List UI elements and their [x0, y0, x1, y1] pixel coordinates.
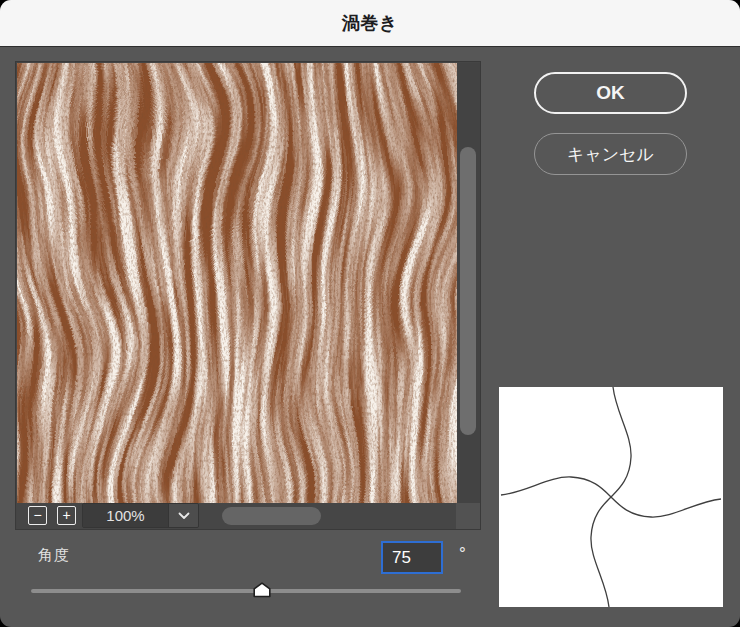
scrollbar-corner [456, 503, 480, 529]
preview-vertical-scrollbar[interactable] [457, 63, 480, 503]
preview-horizontal-scrollbar[interactable] [205, 503, 456, 529]
vertical-scrollbar-thumb[interactable] [460, 147, 476, 435]
angle-label: 角度 [38, 546, 70, 565]
zoom-out-button[interactable]: − [28, 506, 47, 525]
angle-slider-track[interactable] [31, 589, 461, 593]
chevron-down-icon [168, 504, 198, 527]
twirl-direction-diagram [499, 387, 723, 607]
preview-zoom-controls: − + 100% [17, 503, 480, 529]
twirl-filter-dialog: 渦巻き [0, 0, 740, 627]
woodgrain-texture [17, 63, 457, 503]
zoom-level-value: 100% [83, 504, 168, 527]
preview-image[interactable] [17, 63, 457, 503]
angle-input[interactable] [381, 541, 443, 574]
cancel-button[interactable]: キャンセル [534, 133, 687, 175]
angle-slider-thumb[interactable] [253, 582, 271, 598]
degree-unit: ° [459, 544, 466, 564]
twirl-arms-icon [499, 387, 723, 607]
dialog-titlebar: 渦巻き [0, 0, 740, 47]
horizontal-scrollbar-thumb[interactable] [222, 507, 321, 525]
zoom-level-dropdown[interactable]: 100% [82, 503, 199, 528]
dialog-title: 渦巻き [342, 11, 398, 35]
zoom-in-button[interactable]: + [57, 506, 76, 525]
angle-slider[interactable] [31, 580, 461, 602]
preview-panel: − + 100% [15, 61, 481, 530]
ok-button[interactable]: OK [534, 72, 687, 114]
